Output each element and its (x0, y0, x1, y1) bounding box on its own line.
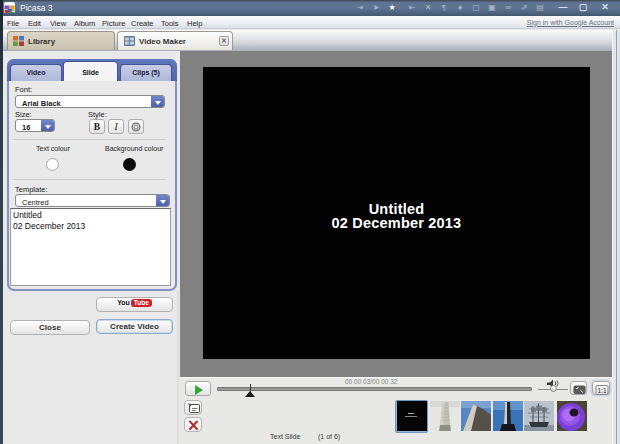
svg-text:1:1: 1:1 (597, 387, 606, 394)
